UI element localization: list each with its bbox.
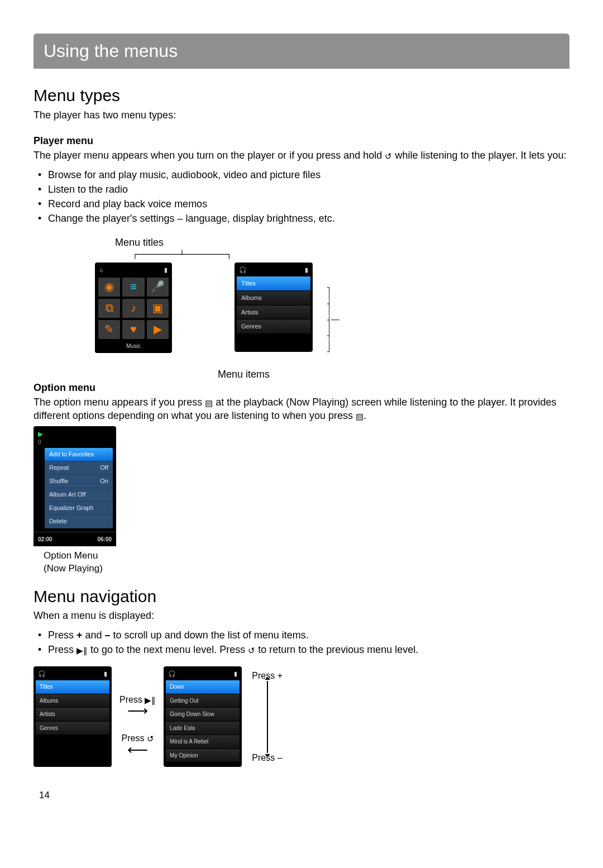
headphones-icon: 🎧 <box>168 670 176 678</box>
page-title: Using the menus <box>44 41 178 61</box>
option-menu-caption: Option Menu (Now Playing) <box>44 550 570 575</box>
grid-icon: ▶ <box>147 320 169 339</box>
list-row: Lado Esta <box>166 722 240 736</box>
section-menu-types-intro: The player has two menu types: <box>34 108 570 122</box>
option-row: Equalizer Graph <box>45 502 113 515</box>
grid-icon: ✎ <box>98 320 120 339</box>
list-row: Getting Out <box>166 694 240 708</box>
list-row: Mind is A Rebel <box>166 735 240 749</box>
bullet-item: Record and play back voice memos <box>48 197 570 211</box>
option-menu-paragraph: The option menu appears if you press ▤ a… <box>34 395 570 423</box>
scroll-indicator: Press + Press – <box>250 670 285 764</box>
option-row: ShuffleOn <box>45 475 113 488</box>
grid-icon: ♥ <box>122 320 144 339</box>
option-menu-title: Option menu <box>34 381 570 394</box>
grid-icon: ▣ <box>147 299 169 318</box>
menu-icon: ▤ <box>356 412 363 421</box>
list-row: Albums <box>36 694 109 708</box>
battery-icon: ▮ <box>305 266 308 274</box>
label-menu-titles: Menu titles <box>95 236 164 249</box>
device-list-menu: 🎧 ▮ Titles Albums Artists Genres <box>234 263 313 352</box>
label-menu-items: Menu items <box>218 368 270 381</box>
play-icon: ▶ <box>34 430 116 438</box>
back-icon: ↺ <box>248 646 255 655</box>
menu-icon: ▤ <box>205 399 213 407</box>
list-row: Artists <box>237 306 310 320</box>
device-home-grid: ⌂ ▮ ◉ ≡ 🎤 ⧉ ♪ ▣ ✎ ♥ ▶ Music <box>95 263 172 353</box>
player-menu-bullets: Browse for and play music, audiobook, vi… <box>34 168 570 226</box>
option-row: Add to Favorites <box>45 448 113 461</box>
grid-icon: ◉ <box>98 278 120 297</box>
list-row: Titles <box>237 276 310 291</box>
headphones-icon: 🎧 <box>239 266 247 274</box>
back-icon: ↺ <box>385 152 392 160</box>
nav-arrows: Press ▶∥ ⟶ Press ↺ ⟵ <box>119 666 156 767</box>
list-row: Genres <box>237 319 310 334</box>
section-menu-navigation-heading: Menu navigation <box>34 585 570 608</box>
bullet-item: Browse for and play music, audiobook, vi… <box>48 168 570 182</box>
list-row: Down <box>166 680 240 694</box>
list-row: Artists <box>36 708 109 722</box>
list-row: My Opinion <box>166 749 240 763</box>
time-total: 06:00 <box>97 536 112 543</box>
bullet-item: Listen to the radio <box>48 183 570 196</box>
battery-icon: ▮ <box>104 670 107 678</box>
grid-icon: 🎤 <box>147 278 169 297</box>
device-nav-right: 🎧 ▮ Down Getting Out Going Down Slow Lad… <box>164 666 242 767</box>
home-icon: ⌂ <box>99 266 103 274</box>
page-number: 14 <box>34 789 570 802</box>
playpause-icon: ▶∥ <box>76 646 88 655</box>
figure-navigation: 🎧 ▮ Titles Albums Artists Genres Press ▶… <box>34 666 570 767</box>
option-row: RepeatOff <box>45 461 113 475</box>
navigation-bullets: Press + and – to scroll up and down the … <box>34 628 570 657</box>
bullet-item: Change the player's settings – language,… <box>48 212 570 225</box>
page-header-bar: Using the menus <box>34 34 570 69</box>
bullet-item: Press + and – to scroll up and down the … <box>48 628 570 642</box>
bracket-right: ┐ │ ┤ │ ┤── │ ┤ │ ┘ <box>327 263 339 356</box>
player-menu-paragraph: The player menu appears when you turn on… <box>34 149 570 162</box>
grid-icon: ≡ <box>122 278 144 297</box>
battery-icon: ▮ <box>234 670 237 678</box>
arrow-left-icon: ⟵ <box>127 742 148 757</box>
option-row: Delete <box>45 515 113 528</box>
device-caption: Music <box>97 341 170 350</box>
list-row: Titles <box>36 680 109 694</box>
section-menu-navigation-intro: When a menu is displayed: <box>34 609 570 622</box>
grid-icon: ♪ <box>122 299 144 318</box>
bullet-item: Press ▶∥ to go to the next menu level. P… <box>48 643 570 656</box>
player-menu-title: Player menu <box>34 134 570 147</box>
headphones-icon: 🎧 <box>38 670 46 678</box>
option-row: Album Art Off <box>45 488 113 502</box>
list-row: Albums <box>237 291 310 306</box>
list-row: Going Down Slow <box>166 708 240 722</box>
bracket-top: ┌─────────┴─────────┐ <box>95 250 231 258</box>
section-menu-types-heading: Menu types <box>34 84 570 107</box>
time-elapsed: 02:00 <box>38 536 52 543</box>
device-option-menu: ▶ 0 Add to Favorites RepeatOff ShuffleOn… <box>34 426 116 546</box>
battery-icon: ▮ <box>164 266 168 274</box>
device-nav-left: 🎧 ▮ Titles Albums Artists Genres <box>34 666 112 767</box>
vertical-arrow-icon <box>267 681 268 753</box>
figure-menu-titles: Menu titles ┌─────────┴─────────┐ ⌂ ▮ ◉ … <box>95 236 570 381</box>
grid-icon: ⧉ <box>98 299 120 318</box>
arrow-right-icon: ⟶ <box>127 703 148 718</box>
list-row: Genres <box>36 722 109 736</box>
